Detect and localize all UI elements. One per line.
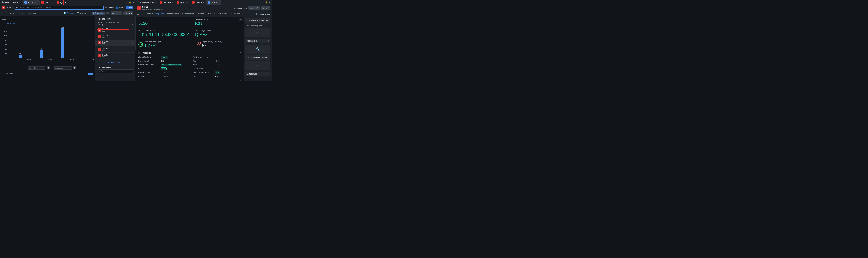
tab-aircrafts[interactable]: Aircrafts×: [23, 0, 39, 5]
tab-aircrafts[interactable]: Aircrafts×: [158, 0, 175, 5]
max-value-input[interactable]: [54, 66, 72, 70]
chevron-icon[interactable]: ⇅: [155, 2, 156, 3]
management-button[interactable]: ⚙ Management: [234, 7, 247, 9]
close-icon[interactable]: ×: [219, 1, 220, 3]
more-dropdown[interactable]: More ▾: [261, 6, 270, 9]
nav-tab[interactable]: Actions Test: [228, 12, 241, 16]
edit-icon[interactable]: ✎: [240, 79, 241, 81]
step-down[interactable]: ▾: [47, 68, 50, 69]
tab-q-aes[interactable]: Q-AES×: [39, 0, 55, 5]
open-in-dropdown[interactable]: Open in ▾: [111, 11, 122, 15]
close-icon[interactable]: ×: [172, 1, 173, 3]
help-icon[interactable]: ?: [101, 6, 102, 9]
menu-icon[interactable]: ☰: [138, 52, 140, 54]
nav-tab[interactable]: test charts: [216, 12, 228, 16]
user-icon[interactable]: ●: [133, 1, 134, 4]
stat-card: Aircraft RegistrationsQ-AEZ: [192, 28, 244, 39]
close-icon[interactable]: ×: [52, 1, 53, 3]
nav-tab[interactable]: Properties: [154, 12, 165, 16]
result-item[interactable]: Q-AES191: [95, 27, 135, 33]
step-down[interactable]: ▾: [73, 68, 76, 69]
property-row[interactable]: Aircraft RegistrationsQ-AEZ: [135, 55, 190, 59]
tab-q-aes[interactable]: Q-AES×: [175, 0, 191, 5]
expand-icon[interactable]: ⤢: [240, 52, 241, 54]
help-icon[interactable]: ?: [126, 1, 127, 4]
save-button[interactable]: Save: [126, 6, 133, 9]
nav-tab[interactable]: New Tab: [195, 12, 205, 16]
bell-icon[interactable]: 🔔: [129, 1, 131, 4]
prefills-card[interactable]: Aircraft Prefills 1 object test: [245, 18, 270, 23]
close-icon[interactable]: ×: [102, 12, 103, 14]
group-by-button[interactable]: + Group by ▾: [2, 22, 93, 26]
close-icon[interactable]: ×: [37, 1, 38, 3]
tab-q-afa[interactable]: Q-AFA×: [190, 0, 206, 5]
user-icon[interactable]: ●: [269, 1, 270, 4]
filter-input[interactable]: [98, 69, 133, 73]
export-dropdown[interactable]: Export ▾: [123, 11, 133, 15]
step-up[interactable]: ▴: [47, 66, 50, 68]
sort-info[interactable]: Sorted by Time Until Next Flight ↓and Ty…: [95, 21, 135, 27]
slate-params-card[interactable]: Slate params: [245, 71, 270, 76]
wrench-card[interactable]: 🔧: [245, 45, 270, 54]
chevron-right-icon: ›: [268, 56, 269, 58]
tab-explore[interactable]: 📊 Explore: [62, 11, 75, 16]
monitor-button[interactable]: ◉ Monitor: [105, 6, 114, 9]
result-item[interactable]: Q-AEZ177☆: [95, 40, 135, 46]
redo-button[interactable]: ↷: [6, 12, 7, 14]
bell-icon[interactable]: 🔔: [265, 1, 268, 4]
nav-tab[interactable]: Testing Charts: [165, 12, 180, 16]
filter-icon[interactable]: ⚲: [253, 13, 254, 15]
undo-button[interactable]: ↶: [2, 12, 3, 14]
view-all-link[interactable]: View all results →: [95, 59, 135, 65]
help-icon[interactable]: ?: [262, 1, 264, 4]
property-row[interactable]: Msn5129: [190, 59, 244, 63]
aircraft-icon: [137, 6, 141, 10]
open-in-dropdown[interactable]: Open in ▾: [248, 6, 260, 9]
share-button[interactable]: 👤 Share: [116, 6, 124, 9]
tab-results[interactable]: ☰ Results: [75, 11, 88, 16]
property-row[interactable]: TypeA320: [190, 74, 244, 78]
aircraft-icon: [98, 35, 101, 38]
step-up[interactable]: ▴: [73, 66, 76, 68]
nav-tab[interactable]: Overview: [143, 12, 154, 16]
nav-next[interactable]: ›: [242, 13, 244, 15]
tab-color-icon: [192, 1, 195, 4]
profiles-group[interactable]: All Profiles Group: [255, 13, 270, 15]
search-field[interactable]: [19, 7, 101, 9]
property-row[interactable]: Lifetime CyclesNo value: [135, 70, 190, 74]
msn-chart[interactable]: 20406080100120 1335133 2,0004,0006,0008,…: [2, 27, 93, 65]
app-link-card[interactable]: Application link↗: [245, 38, 270, 43]
property-row[interactable]: Maintenance Issuesnone: [190, 55, 244, 59]
property-row[interactable]: Lifetime HoursNo value: [135, 74, 190, 78]
property-row[interactable]: ID0130: [135, 67, 190, 70]
close-icon[interactable]: ×: [203, 1, 204, 3]
result-item[interactable]: Q-ABY171: [95, 53, 135, 59]
nav-tab[interactable]: Filter Test: [205, 12, 216, 16]
close-icon[interactable]: ×: [188, 1, 189, 3]
selected-badge[interactable]: 8 Selected ×: [92, 12, 105, 15]
search-input[interactable]: ?: [14, 5, 104, 10]
chevron-icon[interactable]: ⇅: [19, 2, 21, 3]
mgmt-card-1[interactable]: ▤: [245, 28, 270, 37]
compare-dropdown[interactable]: ⊞ Compare ▾: [27, 12, 39, 14]
props-module-card[interactable]: Aircraft properties module›: [245, 55, 270, 60]
layout-dropdown[interactable]: ▦ MSN Layout ▾: [10, 12, 25, 14]
property-row[interactable]: Time Until Next Flight177: [190, 70, 244, 74]
result-item[interactable]: Q-ABM175: [95, 46, 135, 53]
property-row[interactable]: Date Of Manufacture2017-11-11T23:00:00.0…: [135, 63, 190, 67]
tab-q-afa[interactable]: Q-AFA×: [55, 0, 70, 5]
property-row[interactable]: Seat Map Link: [190, 67, 244, 70]
min-value-input[interactable]: [28, 66, 45, 70]
mgmt-card-3[interactable]: ▤: [245, 61, 270, 70]
toggle[interactable]: [106, 12, 110, 14]
menu-icon[interactable]: ☰: [137, 13, 139, 15]
nav-prev[interactable]: ‹: [141, 13, 143, 15]
star-icon[interactable]: ☆: [131, 42, 133, 44]
result-item[interactable]: Q-AFA179: [95, 33, 135, 40]
close-icon[interactable]: ×: [67, 1, 69, 3]
tab-q-aez[interactable]: Q-AEZ×: [206, 0, 221, 5]
nav-tab[interactable]: Alerts timeline: [180, 12, 195, 16]
aircraft-icon: [98, 48, 101, 51]
property-row[interactable]: Current LocationICN: [135, 59, 190, 63]
property-row[interactable]: Mtow22000: [190, 63, 244, 67]
